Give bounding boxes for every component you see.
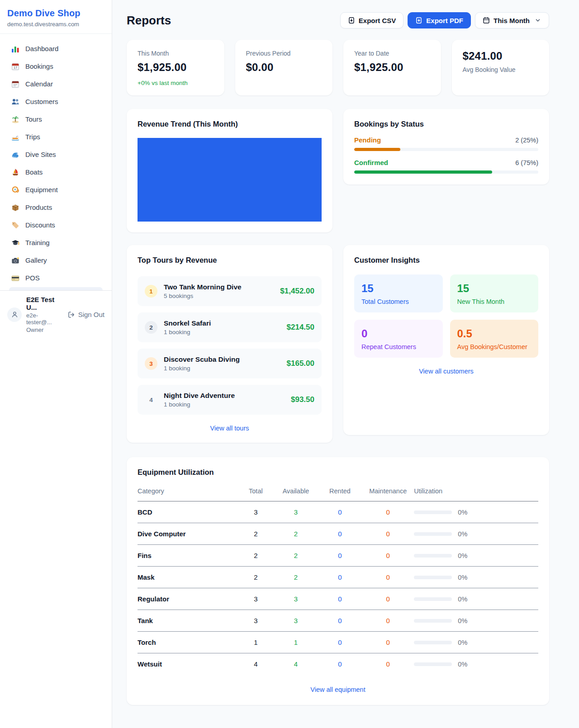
stat-delta: +0% vs last month <box>138 80 214 86</box>
tile-value: 15 <box>457 282 532 295</box>
sign-out-icon <box>68 311 75 318</box>
tour-amount: $1,452.00 <box>280 287 314 296</box>
insight-tiles: 15 Total Customers 15 New This Month 0 R… <box>354 274 538 358</box>
sidebar-item-reports[interactable] <box>9 287 103 290</box>
chevron-down-icon <box>534 17 541 24</box>
sidebar-item-training[interactable]: Training <box>5 234 106 251</box>
insight-tile-avg-bookings: 0.5 Avg Bookings/Customer <box>450 320 539 358</box>
cell-rented: 0 <box>318 653 362 676</box>
sidebar-item-dive-sites[interactable]: Dive Sites <box>5 146 106 163</box>
cell-available: 2 <box>274 545 318 567</box>
bar-chart-icon <box>11 44 19 53</box>
sidebar-item-bookings[interactable]: 17 Bookings <box>5 57 106 75</box>
page-title: Reports <box>127 14 171 28</box>
sidebar-item-label: POS <box>25 274 40 282</box>
sidebar-item-label: Gallery <box>25 256 47 264</box>
table-row: Torch 1 1 0 0 0% <box>138 632 538 653</box>
calendar-icon <box>483 17 490 24</box>
cell-maintenance: 0 <box>362 501 414 523</box>
sidebar-header: Demo Dive Shop demo.test.divestreams.com <box>0 0 112 34</box>
view-all-customers-link[interactable]: View all customers <box>354 368 538 375</box>
dive-mask-icon <box>11 185 19 194</box>
view-all-equipment-link[interactable]: View all equipment <box>138 686 538 693</box>
status-row-confirmed: Confirmed 6 (75%) <box>354 159 538 174</box>
cell-maintenance: 0 <box>362 610 414 632</box>
sailboat-icon <box>11 168 19 176</box>
cell-total: 1 <box>238 632 274 653</box>
tour-amount: $165.00 <box>287 359 314 368</box>
tour-row: 4 Night Dive Adventure 1 booking $93.50 <box>138 385 322 415</box>
sidebar-item-products[interactable]: Products <box>5 199 106 216</box>
stat-value: $1,925.00 <box>138 61 214 74</box>
equipment-utilization-card: Equipment Utilization Category Total Ava… <box>127 457 549 705</box>
main-content: Reports Export CSV Export PDF This Month <box>112 0 579 728</box>
period-dropdown[interactable]: This Month <box>475 12 549 28</box>
view-all-tours-link[interactable]: View all tours <box>138 425 322 432</box>
cell-rented: 0 <box>318 501 362 523</box>
tile-label: New This Month <box>457 298 532 305</box>
cell-maintenance: 0 <box>362 545 414 567</box>
sidebar-item-calendar[interactable]: Calendar <box>5 75 106 93</box>
revenue-trend-chart <box>138 138 322 222</box>
cell-available: 1 <box>274 632 318 653</box>
cell-total: 3 <box>238 588 274 610</box>
sidebar-item-dashboard[interactable]: Dashboard <box>5 40 106 57</box>
camera-icon <box>11 256 19 265</box>
sidebar-item-customers[interactable]: Customers <box>5 93 106 110</box>
cell-available: 3 <box>274 588 318 610</box>
cell-maintenance: 0 <box>362 567 414 588</box>
tour-bookings: 1 booking <box>164 329 211 336</box>
sidebar-item-tours[interactable]: Tours <box>5 110 106 128</box>
card-title: Top Tours by Revenue <box>138 256 322 265</box>
sidebar-item-equipment[interactable]: Equipment <box>5 181 106 199</box>
cell-category: Regulator <box>138 588 238 610</box>
card-title: Customer Insights <box>354 256 538 265</box>
header-actions: Export CSV Export PDF This Month <box>340 12 549 28</box>
file-download-icon <box>348 17 355 24</box>
cell-available: 3 <box>274 610 318 632</box>
cell-rented: 0 <box>318 610 362 632</box>
cell-total: 3 <box>238 610 274 632</box>
tour-bookings: 5 bookings <box>164 293 242 299</box>
export-csv-button[interactable]: Export CSV <box>340 12 404 28</box>
export-pdf-button[interactable]: Export PDF <box>408 12 471 28</box>
island-icon <box>11 115 19 123</box>
tile-label: Total Customers <box>361 298 436 305</box>
sign-out-button[interactable]: Sign Out <box>68 311 104 318</box>
utilization-percent: 0% <box>458 509 467 516</box>
utilization-track <box>414 641 452 644</box>
file-download-icon <box>415 17 422 24</box>
sidebar: Demo Dive Shop demo.test.divestreams.com… <box>0 0 112 728</box>
tour-name: Snorkel Safari <box>164 319 211 327</box>
page-header: Reports Export CSV Export PDF This Month <box>127 12 549 28</box>
tour-amount: $93.50 <box>291 395 314 404</box>
utilization-track <box>414 511 452 514</box>
progress-fill-pending <box>354 148 400 151</box>
utilization-percent: 0% <box>458 596 467 603</box>
tour-row: 2 Snorkel Safari 1 booking $214.50 <box>138 312 322 342</box>
sidebar-item-label: Bookings <box>25 62 53 70</box>
sidebar-item-trips[interactable]: Trips <box>5 128 106 146</box>
sidebar-item-label: Tours <box>25 115 42 123</box>
status-row-pending: Pending 2 (25%) <box>354 136 538 151</box>
sidebar-item-pos[interactable]: POS <box>5 269 106 287</box>
calendar-date-icon: 17 <box>11 62 19 71</box>
cell-total: 2 <box>238 523 274 545</box>
sidebar-item-gallery[interactable]: Gallery <box>5 251 106 269</box>
tour-name: Discover Scuba Diving <box>164 355 240 364</box>
progress-fill-confirmed <box>354 170 492 174</box>
utilization-percent: 0% <box>458 617 467 624</box>
table-row: Fins 2 2 0 0 0% <box>138 545 538 567</box>
sidebar-item-discounts[interactable]: Discounts <box>5 216 106 234</box>
column-header-utilization: Utilization <box>414 483 538 501</box>
cell-available: 3 <box>274 501 318 523</box>
status-value: 6 (75%) <box>515 159 538 166</box>
sidebar-item-label: Dive Sites <box>25 151 56 158</box>
sidebar-item-label: Dashboard <box>25 45 58 52</box>
tile-value: 0.5 <box>457 327 532 340</box>
sidebar-item-label: Trips <box>25 133 40 141</box>
person-icon <box>11 311 19 318</box>
sidebar-item-boats[interactable]: Boats <box>5 163 106 181</box>
tile-value: 15 <box>361 282 436 295</box>
user-panel: E2E Test U... e2e-tester@... Owner Sign … <box>0 290 112 339</box>
